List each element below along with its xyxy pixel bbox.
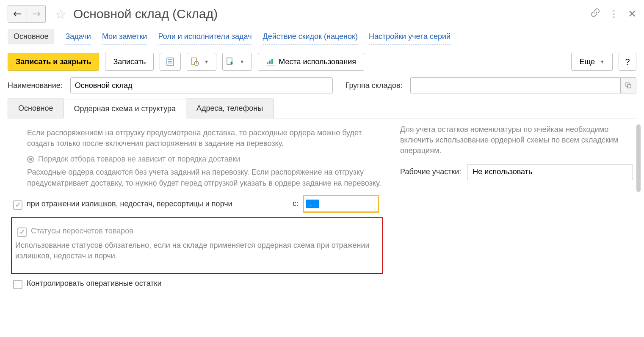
date-input[interactable]: . . bbox=[303, 195, 379, 213]
delivery-desc: Если распоряжением на отгрузку предусмот… bbox=[27, 128, 383, 149]
checkbox-status[interactable] bbox=[17, 227, 27, 237]
back-button[interactable] bbox=[8, 5, 27, 22]
caret-down-icon: ▼ bbox=[600, 59, 605, 64]
nav-discounts[interactable]: Действие скидок (наценок) bbox=[263, 29, 358, 44]
work-areas-select[interactable] bbox=[467, 164, 633, 180]
status-desc: Использование статусов обязательно, если… bbox=[15, 240, 379, 261]
tab-orders[interactable]: Ордерная схема и структура bbox=[63, 99, 186, 118]
checkbox-surplus[interactable] bbox=[13, 200, 22, 210]
usage-button[interactable]: Места использования bbox=[258, 53, 364, 71]
expand-icon bbox=[625, 82, 631, 88]
date-from-label: с: bbox=[293, 199, 299, 208]
kebab-menu-icon[interactable]: ⋮ bbox=[609, 8, 619, 19]
nav-main[interactable]: Основное bbox=[8, 29, 54, 44]
tab-content: Если распоряжением на отгрузку предусмот… bbox=[8, 118, 636, 296]
date-value: . . bbox=[306, 200, 319, 208]
nav-roles[interactable]: Роли и исполнители задач bbox=[158, 29, 252, 44]
usage-label: Места использования bbox=[279, 58, 356, 66]
nav-series[interactable]: Настройки учета серий bbox=[369, 29, 451, 44]
group-expand-button[interactable] bbox=[620, 77, 636, 93]
favorite-star-icon[interactable]: ☆ bbox=[55, 7, 66, 22]
scrollbar[interactable] bbox=[636, 124, 641, 192]
more-label: Еще bbox=[579, 58, 595, 66]
control-label: Контролировать оперативные остатки bbox=[27, 279, 161, 288]
list-icon-button[interactable] bbox=[160, 53, 181, 71]
chart-icon bbox=[266, 58, 275, 66]
caret-down-icon: ▼ bbox=[204, 59, 209, 64]
checkbox-control[interactable] bbox=[13, 280, 22, 289]
doc-clock-icon bbox=[191, 58, 199, 66]
nav-notes[interactable]: Мои заметки bbox=[102, 29, 147, 44]
radio-order-independent[interactable] bbox=[27, 156, 34, 163]
svg-rect-10 bbox=[271, 59, 273, 64]
caret-down-icon: ▼ bbox=[240, 59, 244, 64]
arrow-left-icon bbox=[13, 11, 22, 17]
page-title: Основной склад (Склад) bbox=[73, 7, 218, 21]
surplus-label: при отражении излишков, недостач, пересо… bbox=[27, 200, 232, 208]
svg-rect-0 bbox=[167, 58, 174, 66]
radio-order-label: Порядок отбора товаров не зависит от пор… bbox=[38, 155, 240, 164]
doc-arrow-button[interactable]: ▼ bbox=[222, 53, 252, 71]
link-icon[interactable] bbox=[591, 8, 600, 20]
group-label: Группа складов: bbox=[345, 81, 403, 90]
status-highlight-box: Статусы пересчетов товаров Использование… bbox=[11, 217, 383, 274]
work-areas-label: Рабочие участки: bbox=[400, 167, 461, 176]
save-button[interactable]: Записать bbox=[105, 53, 154, 71]
tab-addresses[interactable]: Адреса, телефоны bbox=[186, 99, 274, 118]
doc-clock-button[interactable]: ▼ bbox=[187, 53, 216, 71]
list-icon bbox=[166, 58, 174, 66]
nav-tasks[interactable]: Задачи bbox=[65, 29, 91, 44]
close-button[interactable]: ✕ bbox=[628, 8, 636, 20]
status-label: Статусы пересчетов товаров bbox=[31, 227, 133, 236]
svg-rect-8 bbox=[267, 62, 268, 64]
name-input[interactable] bbox=[70, 77, 333, 93]
save-close-button[interactable]: Записать и закрыть bbox=[8, 53, 99, 71]
doc-arrow-icon bbox=[226, 58, 235, 66]
group-input[interactable] bbox=[410, 77, 621, 93]
tab-main[interactable]: Основное bbox=[8, 99, 64, 118]
sub-nav: Основное Задачи Мои заметки Роли и испол… bbox=[8, 29, 636, 44]
help-button[interactable]: ? bbox=[619, 53, 636, 71]
forward-button[interactable] bbox=[27, 5, 45, 22]
nav-buttons bbox=[8, 5, 46, 23]
svg-rect-12 bbox=[627, 85, 631, 88]
svg-rect-9 bbox=[269, 60, 271, 64]
name-label: Наименование: bbox=[8, 81, 63, 90]
more-button[interactable]: Еще ▼ bbox=[571, 53, 613, 71]
arrow-right-icon bbox=[32, 11, 41, 17]
order-desc: Расходные ордера создаются без учета зад… bbox=[27, 167, 383, 188]
right-desc: Для учета остатков номенклатуры по ячейк… bbox=[400, 124, 633, 156]
